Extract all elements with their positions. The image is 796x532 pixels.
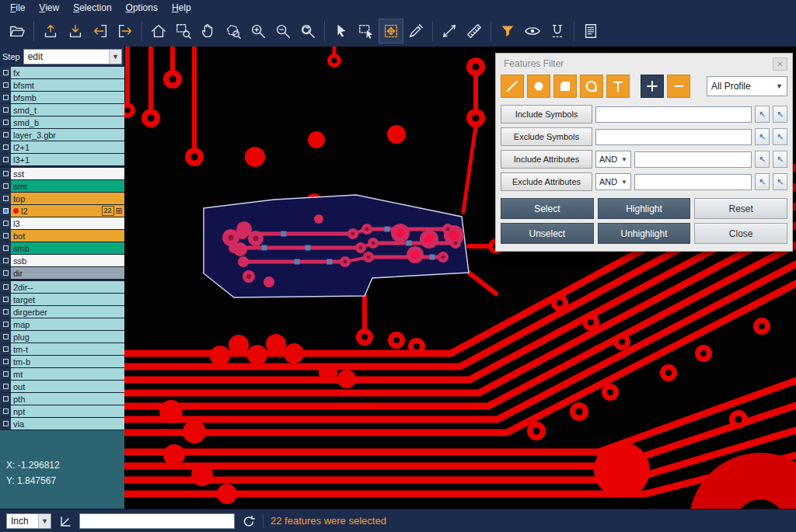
- snap-button[interactable]: [545, 19, 570, 43]
- zoom-area-button[interactable]: [171, 19, 196, 43]
- layer-checkbox-tm-b[interactable]: [0, 356, 11, 367]
- layer-item-layer_3.gbr[interactable]: layer_3.gbr: [11, 129, 124, 141]
- filter-pad-tool[interactable]: [527, 75, 550, 98]
- pointer-tool-button[interactable]: [329, 19, 354, 43]
- layer-item-npt[interactable]: npt: [11, 405, 124, 417]
- layer-checkbox-mt[interactable]: [0, 368, 11, 380]
- layer-checkbox-dir[interactable]: [0, 267, 11, 279]
- layer-checkbox-ssb[interactable]: [0, 255, 11, 266]
- layer-item-dir[interactable]: dir: [11, 267, 124, 279]
- select-button[interactable]: Select: [501, 198, 594, 219]
- filter-arc-tool[interactable]: [580, 75, 603, 98]
- features-filter-button[interactable]: [495, 19, 520, 43]
- layer-checkbox-top[interactable]: [0, 193, 11, 204]
- layer-item-tm-t[interactable]: tm-t: [11, 343, 124, 355]
- layer-item-smb[interactable]: smb: [11, 242, 124, 254]
- menu-view[interactable]: View: [32, 0, 66, 16]
- layer-item-tm-b[interactable]: tm-b: [11, 356, 124, 367]
- layer-checkbox-map[interactable]: [0, 318, 11, 330]
- view-options-button[interactable]: [520, 19, 545, 43]
- layer-checkbox-bfsmt[interactable]: [0, 79, 11, 91]
- layer-checkbox-l2[interactable]: [0, 205, 11, 217]
- filter-line-tool[interactable]: [501, 75, 524, 98]
- menu-file[interactable]: File: [3, 0, 32, 16]
- open-right-button[interactable]: [113, 19, 138, 43]
- chevron-down-icon[interactable]: ▼: [38, 514, 51, 528]
- open-left-button[interactable]: [88, 19, 113, 43]
- layer-checkbox-target[interactable]: [0, 294, 11, 305]
- layer-checkbox-fx[interactable]: [0, 67, 11, 78]
- report-button[interactable]: [578, 19, 603, 43]
- layer-item-2dir--[interactable]: 2dir--: [11, 281, 124, 293]
- layer-item-via[interactable]: via: [11, 418, 124, 429]
- layer-item-l3[interactable]: l3: [11, 217, 124, 229]
- exclude-attributes-pick-screen-icon[interactable]: ↖: [773, 173, 787, 190]
- filter-text-tool[interactable]: [606, 75, 630, 98]
- include-attributes-button[interactable]: Include Attributes: [501, 150, 592, 169]
- dialog-close-button[interactable]: ✕: [773, 57, 787, 71]
- layer-item-map[interactable]: map: [11, 318, 124, 330]
- layer-checkbox-l3+1[interactable]: [0, 154, 11, 165]
- layer-checkbox-out[interactable]: [0, 381, 11, 392]
- exclude-symbols-pick-screen-icon[interactable]: ↖: [773, 128, 787, 145]
- exclude-symbols-pick-icon[interactable]: ↖: [755, 128, 770, 145]
- layer-checkbox-plug[interactable]: [0, 331, 11, 342]
- layer-checkbox-npt[interactable]: [0, 405, 11, 417]
- layer-item-pth[interactable]: pth: [11, 393, 124, 405]
- include-symbols-input[interactable]: [595, 106, 752, 123]
- layer-item-target[interactable]: target: [11, 294, 124, 305]
- refresh-icon[interactable]: [242, 514, 256, 528]
- zoom-polygon-button[interactable]: [221, 19, 246, 43]
- layer-checkbox-bot[interactable]: [0, 230, 11, 242]
- open-folder-button[interactable]: [5, 19, 30, 43]
- exclude-attributes-and-dropdown[interactable]: AND ▼: [595, 173, 631, 190]
- exclude-attributes-pick-icon[interactable]: ↖: [755, 173, 770, 190]
- import-down-button[interactable]: [63, 19, 88, 43]
- include-attributes-pick-icon[interactable]: ↖: [755, 151, 770, 168]
- layer-checkbox-dirgerber[interactable]: [0, 306, 11, 318]
- home-view-button[interactable]: [146, 19, 171, 43]
- layer-checkbox-sst[interactable]: [0, 168, 11, 179]
- zoom-out-button[interactable]: [271, 19, 295, 43]
- layer-checkbox-bfsmb[interactable]: [0, 92, 11, 103]
- menu-options[interactable]: Options: [119, 0, 165, 16]
- import-up-button[interactable]: [38, 19, 63, 43]
- exclude-attributes-input[interactable]: [634, 174, 752, 190]
- include-attributes-and-dropdown[interactable]: AND ▼: [595, 151, 631, 168]
- layer-item-fx[interactable]: fx: [11, 67, 124, 78]
- unit-dropdown[interactable]: Inch ▼: [6, 513, 51, 529]
- layer-item-l2+1[interactable]: l2+1: [11, 141, 124, 153]
- layer-item-l2[interactable]: l222⊞: [11, 205, 124, 217]
- measure-line-button[interactable]: [437, 19, 462, 43]
- layer-checkbox-2dir--[interactable]: [0, 281, 11, 293]
- filter-positive-tool[interactable]: [641, 75, 664, 98]
- menu-selection[interactable]: Selection: [66, 0, 118, 16]
- layer-checkbox-via[interactable]: [0, 418, 11, 429]
- selection-region[interactable]: [204, 195, 469, 297]
- layer-item-bfsmt[interactable]: bfsmt: [11, 79, 124, 91]
- zoom-reset-button[interactable]: [295, 19, 320, 43]
- reset-button[interactable]: Reset: [694, 198, 787, 219]
- step-dropdown[interactable]: edit ▼: [23, 49, 122, 64]
- pan-button[interactable]: [196, 19, 221, 43]
- select-rectangle-button[interactable]: [354, 19, 379, 43]
- layer-item-mt[interactable]: mt: [11, 368, 124, 380]
- layer-item-plug[interactable]: plug: [11, 331, 124, 342]
- zoom-in-button[interactable]: [246, 19, 271, 43]
- layer-checkbox-l3[interactable]: [0, 217, 11, 229]
- include-symbols-pick-screen-icon[interactable]: ↖: [773, 106, 787, 123]
- layer-item-ssb[interactable]: ssb: [11, 255, 124, 266]
- transform-selection-button[interactable]: [379, 19, 403, 43]
- layer-item-sst[interactable]: sst: [11, 168, 124, 179]
- layer-checkbox-smb[interactable]: [0, 242, 11, 254]
- layer-item-bfsmb[interactable]: bfsmb: [11, 92, 124, 103]
- layer-item-smd_b[interactable]: smd_b: [11, 116, 124, 128]
- close-button[interactable]: Close: [694, 223, 787, 244]
- filter-negative-tool[interactable]: [667, 75, 690, 98]
- include-symbols-pick-icon[interactable]: ↖: [755, 106, 770, 123]
- angle-measure-icon[interactable]: [58, 514, 72, 528]
- menu-help[interactable]: Help: [165, 0, 198, 16]
- unhighlight-button[interactable]: Unhighlight: [598, 223, 691, 244]
- layer-item-smt[interactable]: smt: [11, 180, 124, 192]
- exclude-attributes-button[interactable]: Exclude Attributes: [501, 172, 592, 191]
